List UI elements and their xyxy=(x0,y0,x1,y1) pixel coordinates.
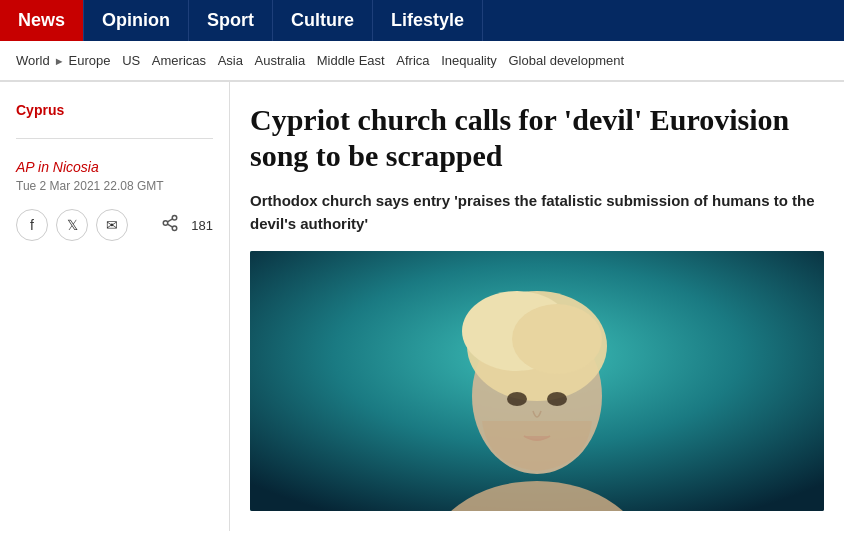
breadcrumb-sep5 xyxy=(247,53,251,68)
breadcrumb-inequality[interactable]: Inequality xyxy=(441,53,497,68)
breadcrumb: World ► Europe US Americas Asia Australi… xyxy=(0,41,844,81)
svg-point-2 xyxy=(173,226,178,231)
breadcrumb-africa[interactable]: Africa xyxy=(396,53,429,68)
social-share-row: f 𝕏 ✉ 181 xyxy=(16,209,213,241)
breadcrumb-australia[interactable]: Australia xyxy=(255,53,306,68)
article-standfirst: Orthodox church says entry 'praises the … xyxy=(250,190,824,235)
article-category[interactable]: Cyprus xyxy=(16,102,213,118)
share-icon[interactable] xyxy=(161,214,179,236)
nav-item-opinion[interactable]: Opinion xyxy=(84,0,189,41)
svg-point-12 xyxy=(547,392,567,406)
breadcrumb-asia[interactable]: Asia xyxy=(218,53,243,68)
svg-line-4 xyxy=(168,219,173,222)
nav-item-lifestyle[interactable]: Lifestyle xyxy=(373,0,483,41)
article-date: Tue 2 Mar 2021 22.08 GMT xyxy=(16,179,213,193)
article-content: Cypriot church calls for 'devil' Eurovis… xyxy=(230,82,844,531)
breadcrumb-separator-1: ► xyxy=(54,55,65,67)
svg-point-1 xyxy=(164,221,169,226)
breadcrumb-us[interactable]: US xyxy=(122,53,140,68)
svg-point-11 xyxy=(507,392,527,406)
top-nav: News Opinion Sport Culture Lifestyle xyxy=(0,0,844,41)
sidebar: Cyprus AP in Nicosia Tue 2 Mar 2021 22.0… xyxy=(0,82,230,531)
article-title: Cypriot church calls for 'devil' Eurovis… xyxy=(250,102,824,174)
breadcrumb-middle-east[interactable]: Middle East xyxy=(317,53,385,68)
breadcrumb-sep2 xyxy=(115,53,119,68)
article-byline[interactable]: AP in Nicosia xyxy=(16,159,213,175)
main-container: Cyprus AP in Nicosia Tue 2 Mar 2021 22.0… xyxy=(0,81,844,531)
breadcrumb-sep4 xyxy=(210,53,214,68)
breadcrumb-sep7 xyxy=(389,53,393,68)
svg-point-0 xyxy=(173,216,178,221)
email-share-button[interactable]: ✉ xyxy=(96,209,128,241)
breadcrumb-sep8 xyxy=(434,53,438,68)
comment-count: 181 xyxy=(191,218,213,233)
nav-item-sport[interactable]: Sport xyxy=(189,0,273,41)
breadcrumb-americas[interactable]: Americas xyxy=(152,53,206,68)
article-image xyxy=(250,251,824,511)
breadcrumb-sep6 xyxy=(309,53,313,68)
breadcrumb-europe[interactable]: Europe xyxy=(69,53,111,68)
breadcrumb-world[interactable]: World xyxy=(16,53,50,68)
breadcrumb-sep3 xyxy=(144,53,148,68)
twitter-share-button[interactable]: 𝕏 xyxy=(56,209,88,241)
facebook-share-button[interactable]: f xyxy=(16,209,48,241)
breadcrumb-sep9 xyxy=(501,53,505,68)
breadcrumb-global-dev[interactable]: Global development xyxy=(508,53,624,68)
nav-item-news[interactable]: News xyxy=(0,0,84,41)
svg-point-10 xyxy=(512,304,602,374)
nav-item-culture[interactable]: Culture xyxy=(273,0,373,41)
svg-line-3 xyxy=(168,224,173,227)
